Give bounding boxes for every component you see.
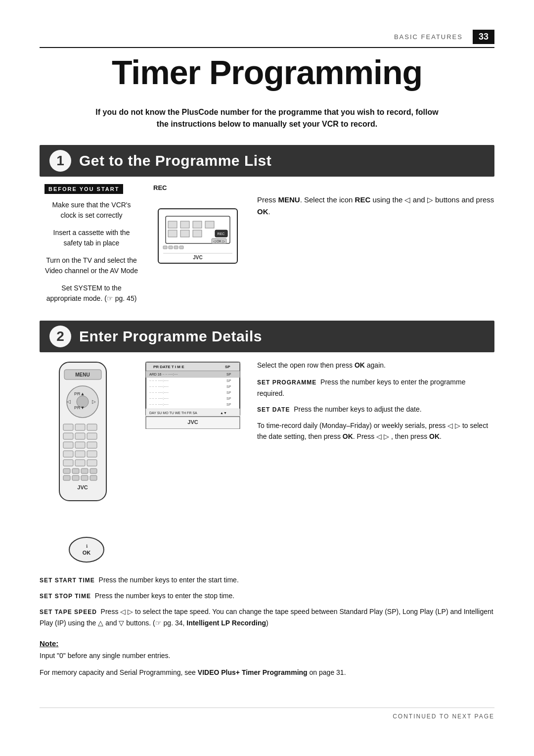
set-stop-time-block: Set Stop Time Press the number keys to e… xyxy=(40,590,494,602)
footer-note-block: For memory capacity and Serial Programmi… xyxy=(40,667,494,679)
note-label: Note: xyxy=(40,639,58,648)
svg-text:PR▼: PR▼ xyxy=(74,405,85,410)
svg-rect-49 xyxy=(81,475,88,480)
page: Basic Features 33 Timer Programming If y… xyxy=(0,0,534,750)
section-2-body: MENU PR▲ PR▼ ◁ ▷ xyxy=(40,360,494,565)
svg-rect-3 xyxy=(180,221,189,228)
svg-rect-14 xyxy=(169,246,173,249)
svg-rect-36 xyxy=(87,442,97,448)
svg-rect-42 xyxy=(87,460,97,466)
vcr-rec-label: REC xyxy=(153,184,167,191)
svg-rect-45 xyxy=(81,469,88,473)
bottom-instructions: Set Start Time Press the number keys to … xyxy=(40,574,494,679)
svg-text:ARD  16  ·· ·· ·····:····: ARD 16 ·· ·· ·····:···· xyxy=(149,373,178,376)
set-programme-label: Set Programme xyxy=(257,379,316,386)
svg-rect-31 xyxy=(63,433,73,439)
date-detail-block: To time-record daily (Monday–Friday) or … xyxy=(257,420,494,442)
section-2-header: 2 Enter Programme Details xyxy=(40,321,494,352)
section-1-header: 1 Get to the Programme List xyxy=(40,145,494,177)
svg-text:JVC: JVC xyxy=(187,419,198,425)
svg-text:SP: SP xyxy=(226,391,231,394)
set-date-block: Set Date Press the number keys to adjust… xyxy=(257,404,494,415)
svg-rect-41 xyxy=(75,460,85,466)
page-title: Timer Programming xyxy=(40,53,494,92)
svg-text:PR  DATE  T  I  M  E: PR DATE T I M E xyxy=(153,365,184,369)
svg-rect-44 xyxy=(72,469,79,473)
ok-button-illustration: ℹ OK xyxy=(67,535,106,565)
svg-rect-39 xyxy=(87,451,97,457)
set-tape-speed-label: Set Tape Speed xyxy=(40,609,97,615)
section-2: 2 Enter Programme Details MENU xyxy=(40,321,494,683)
svg-text:◁ OK ▷: ◁ OK ▷ xyxy=(213,239,225,243)
svg-rect-29 xyxy=(75,424,85,430)
note-section: Note: Input "0" before any single number… xyxy=(40,637,494,662)
svg-rect-37 xyxy=(63,451,73,457)
svg-rect-7 xyxy=(180,230,189,237)
section-1-body: Before You Start Make sure that the VCR'… xyxy=(40,184,494,311)
set-programme-block: Set Programme Press the number keys to e… xyxy=(257,377,494,399)
header-section-label: Basic Features xyxy=(394,33,463,41)
header-bar: Basic Features 33 xyxy=(40,30,494,48)
programme-list-screen-area: PR DATE T I M E SP ARD 16 ·· ·· ·····:··… xyxy=(138,360,247,565)
svg-text:··   ··  ··  ·····:·····: ·· ·· ·· ·····:····· xyxy=(149,385,169,388)
svg-rect-47 xyxy=(63,475,70,480)
before-item-3: Turn on the TV and select the Video chan… xyxy=(44,255,138,276)
vcr-illustration: REC ◁ OK ▷ JVC xyxy=(153,194,242,273)
svg-rect-13 xyxy=(163,246,167,249)
svg-text:DAY SU MO TU WE TH FR SA: DAY SU MO TU WE TH FR SA xyxy=(149,411,197,415)
before-item-1: Make sure that the VCR's clock is set co… xyxy=(44,200,138,221)
svg-text:MENU: MENU xyxy=(75,372,89,378)
vcr-image-area: REC xyxy=(148,184,247,311)
set-stop-time-label: Set Stop Time xyxy=(40,593,91,600)
remote-image-area: MENU PR▲ PR▼ ◁ ▷ xyxy=(44,360,129,565)
svg-rect-8 xyxy=(193,230,202,237)
svg-text:REC: REC xyxy=(218,232,225,236)
svg-text:◁: ◁ xyxy=(67,399,71,404)
section-1-instruction-text: Press MENU. Select the icon REC using th… xyxy=(257,195,494,216)
svg-rect-35 xyxy=(75,442,85,448)
footer-bar: Continued to Next Page xyxy=(40,708,494,720)
svg-text:SP: SP xyxy=(226,379,231,382)
section-1: 1 Get to the Programme List Before You S… xyxy=(40,145,494,311)
before-item-4: Set SYSTEM to the appropriate mode. (☞ p… xyxy=(44,283,138,304)
section-1-title: Get to the Programme List xyxy=(79,152,271,169)
section-1-number: 1 xyxy=(49,150,71,172)
footer-text: Continued to Next Page xyxy=(393,713,494,720)
svg-text:JVC: JVC xyxy=(77,484,88,490)
header-page-number: 33 xyxy=(473,30,494,44)
svg-text:··   ··  ··  ·····:·····: ·· ·· ·· ·····:····· xyxy=(149,397,169,400)
before-you-start: Before You Start Make sure that the VCR'… xyxy=(44,184,138,311)
svg-text:··   ··  ··  ·····:·····: ·· ·· ·· ·····:····· xyxy=(149,379,169,382)
set-date-label: Set Date xyxy=(257,406,290,413)
section2-row-intro: Select the open row then press OK again. xyxy=(257,360,494,371)
set-start-time-block: Set Start Time Press the number keys to … xyxy=(40,574,494,586)
before-items-list: Make sure that the VCR's clock is set co… xyxy=(44,200,138,304)
svg-rect-33 xyxy=(87,433,97,439)
svg-rect-50 xyxy=(90,475,97,480)
svg-rect-34 xyxy=(63,442,73,448)
svg-rect-30 xyxy=(87,424,97,430)
svg-text:SP: SP xyxy=(226,385,231,388)
svg-rect-43 xyxy=(63,469,70,473)
set-tape-speed-block: Set Tape Speed Press ◁ ▷ to select the t… xyxy=(40,606,494,630)
svg-text:SP: SP xyxy=(225,365,230,369)
svg-text:▷: ▷ xyxy=(92,399,96,404)
svg-rect-40 xyxy=(63,460,73,466)
svg-rect-5 xyxy=(205,221,214,228)
svg-rect-32 xyxy=(75,433,85,439)
svg-text:SP: SP xyxy=(226,373,231,376)
svg-rect-48 xyxy=(72,475,79,480)
svg-text:SP: SP xyxy=(226,397,231,400)
section-2-number: 2 xyxy=(49,326,71,347)
svg-rect-38 xyxy=(75,451,85,457)
before-label: Before You Start xyxy=(44,184,123,194)
set-start-time-label: Set Start Time xyxy=(40,577,95,584)
ok-button-area: ℹ OK xyxy=(44,535,129,565)
svg-text:··   ··  ··  ·····:·····: ·· ·· ·· ·····:····· xyxy=(149,391,169,394)
programme-screen-illustration: PR DATE T I M E SP ARD 16 ·· ·· ·····:··… xyxy=(143,360,242,429)
svg-text:SP: SP xyxy=(226,403,231,406)
svg-rect-6 xyxy=(168,230,177,237)
remote-control-illustration: MENU PR▲ PR▼ ◁ ▷ xyxy=(44,360,121,528)
before-item-2: Insert a cassette with the safety tab in… xyxy=(44,228,138,248)
svg-text:JVC: JVC xyxy=(193,255,202,260)
